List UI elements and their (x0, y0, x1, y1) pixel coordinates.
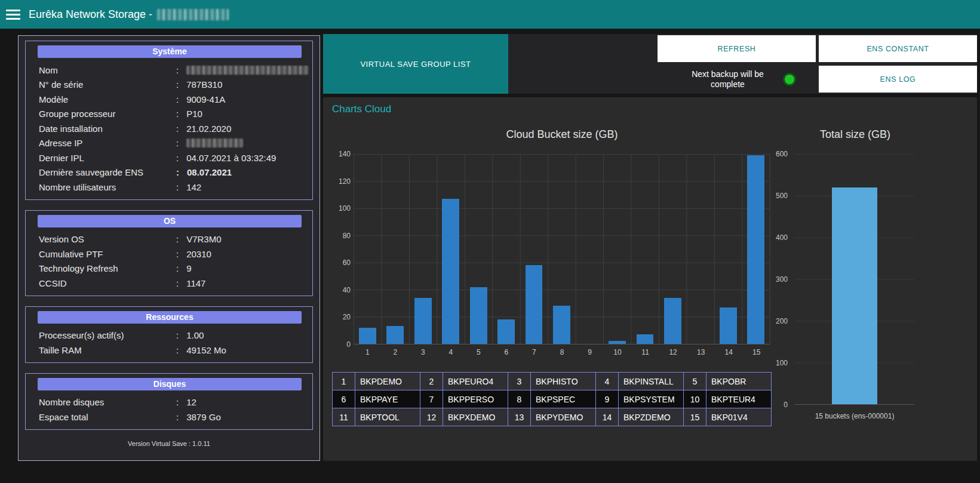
total-chart-caption: 15 buckets (ens-000001) (795, 412, 914, 420)
backup-status: Next backup will be complete (658, 66, 816, 93)
virtual-save-group-list-button[interactable]: VIRTUAL SAVE GROUP LIST (323, 34, 508, 94)
info-label: Nombre disques (39, 396, 176, 409)
bucket-number-cell: 10 (684, 390, 706, 408)
info-value: V7R3M0 (176, 233, 222, 246)
bucket-number-cell: 5 (684, 373, 706, 390)
y-axis-label: 400 (776, 234, 788, 241)
bucket-name-cell: BKPSPEC (531, 390, 596, 408)
info-section: OSVersion OSV7R3M0Cumulative PTF20310Tec… (25, 210, 313, 296)
info-label: Dernière sauvegarde ENS (39, 166, 176, 179)
info-label: CCSID (39, 277, 176, 290)
bucket-number-cell: 8 (508, 390, 531, 408)
info-label: Nom (39, 64, 176, 77)
y-axis-label: 0 (784, 401, 788, 408)
x-axis-label: 13 (687, 348, 715, 356)
bucket-number-cell: 11 (333, 408, 355, 426)
charts-cloud-heading: Charts Cloud (332, 103, 391, 115)
chart-bar (470, 287, 487, 344)
bar-slot (576, 154, 603, 344)
bucket-number-cell: 14 (596, 408, 619, 426)
bar-slot (437, 154, 464, 344)
bucket-chart-title: Cloud Bucket size (GB) (354, 128, 770, 141)
bucket-chart-x-axis: 123456789101112131415 (354, 348, 770, 356)
bar-slot (714, 154, 742, 344)
chart-bar (637, 334, 654, 344)
info-value: 08.07.2021 (176, 166, 232, 179)
bar-slot (603, 154, 631, 344)
info-row: Dernier IPL04.07.2021 à 03:32:49 (26, 150, 312, 165)
info-row: Dernière sauvegarde ENS08.07.2021 (26, 165, 312, 180)
bucket-name-cell: BKPXDEMO (443, 408, 508, 426)
bucket-chart-y-axis: 140120100806040200 (327, 150, 351, 348)
y-axis-label: 40 (343, 287, 351, 294)
info-value: 142 (176, 181, 201, 194)
bucket-number-cell: 12 (420, 408, 443, 426)
info-row: Adresse IP (26, 136, 312, 151)
info-value: 1147 (176, 277, 205, 290)
system-info-panel: SystèmeNomN° de série787B310Modèle9009-4… (18, 35, 320, 461)
y-axis-label: 20 (343, 313, 351, 321)
charts-panel: Charts Cloud Cloud Bucket size (GB) 1401… (323, 97, 977, 461)
total-chart-title: Total size (GB) (792, 128, 918, 141)
y-axis-label: 100 (339, 205, 351, 212)
refresh-button[interactable]: REFRESH (658, 35, 816, 62)
bucket-name-cell: BKPINSTALL (619, 373, 684, 390)
chart-bar (609, 341, 626, 344)
info-value: 1.00 (176, 329, 204, 342)
info-sections: SystèmeNomN° de série787B310Modèle9009-4… (19, 41, 320, 430)
chart-bar (747, 155, 764, 344)
y-axis-label: 500 (776, 192, 788, 199)
bucket-number-cell: 3 (508, 373, 531, 390)
bar-slot (659, 154, 686, 344)
bucket-number-cell: 9 (596, 390, 619, 408)
topbar: Eurêka Network Storage - (0, 0, 980, 29)
bucket-number-cell: 15 (684, 408, 706, 426)
x-axis-label: 5 (465, 348, 493, 356)
chart-bar (442, 199, 459, 344)
info-value: 787B310 (176, 78, 222, 91)
info-value: 9009-41A (176, 93, 225, 106)
info-label: Modèle (39, 93, 176, 106)
bucket-table: 1BKPDEMO2BKPEURO43BKPHISTO4BKPINSTALL5BK… (332, 372, 772, 426)
ens-constant-button[interactable]: ENS CONSTANT (819, 35, 977, 62)
x-axis-label: 10 (604, 348, 632, 356)
info-label: Nombre utilisateurs (39, 181, 176, 194)
bucket-number-cell: 13 (508, 408, 531, 426)
info-row: Modèle9009-41A (26, 92, 312, 107)
chart-bar (526, 265, 543, 344)
info-label: Adresse IP (39, 137, 176, 150)
info-value: 3879 Go (176, 411, 221, 424)
info-label: Version OS (39, 233, 176, 246)
bucket-name-cell: BKP01V4 (706, 408, 772, 426)
x-axis-label: 14 (715, 348, 743, 356)
section-title: OS (38, 215, 302, 227)
total-chart-y-axis: 6005004003002001000 (766, 150, 788, 408)
redacted-value (186, 139, 243, 147)
x-axis-label: 1 (354, 348, 382, 356)
bar-slot (687, 154, 714, 344)
x-axis-label: 3 (409, 348, 437, 356)
bucket-number-cell: 2 (420, 373, 443, 390)
bar-slot (492, 154, 520, 344)
hamburger-menu-icon[interactable] (6, 10, 20, 20)
total-chart-plot (795, 154, 914, 405)
y-axis-label: 120 (339, 178, 351, 185)
info-row: Version OSV7R3M0 (26, 232, 312, 247)
app-title: Eurêka Network Storage - (29, 8, 152, 21)
bucket-name-cell: BKPDEMO (355, 373, 420, 390)
info-value: 49152 Mo (176, 344, 226, 357)
info-label: Technology Refresh (39, 262, 176, 275)
info-label: N° de série (39, 78, 176, 91)
chart-bar (664, 298, 681, 344)
bucket-number-cell: 1 (333, 373, 355, 390)
y-axis-label: 80 (343, 232, 351, 239)
ens-log-button[interactable]: ENS LOG (819, 66, 977, 93)
info-section: SystèmeNomN° de série787B310Modèle9009-4… (25, 41, 313, 200)
bucket-number-cell: 7 (420, 390, 443, 408)
x-axis-label: 11 (631, 348, 659, 356)
info-row: Nom (26, 63, 312, 78)
info-value: 20310 (176, 248, 211, 261)
status-green-dot (785, 75, 794, 84)
y-axis-label: 600 (776, 150, 788, 158)
info-row: Technology Refresh9 (26, 262, 312, 276)
